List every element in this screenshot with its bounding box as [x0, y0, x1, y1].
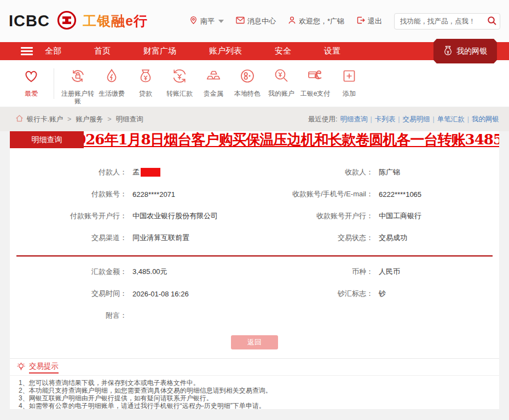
quick-item-loan[interactable]: 贷款 [129, 67, 163, 97]
recent-separator: | [433, 115, 435, 123]
icbc-emblem-icon [56, 10, 77, 33]
title-row: 明细查询 2026年1月8日烟台客户购买保温压边机和长款卷圆机各一台转账3485… [10, 131, 499, 148]
quick-item-life-payment[interactable]: 生活缴费 [95, 67, 129, 97]
quick-item-label: 添加 [343, 90, 356, 97]
time-label: 交易时间： [10, 289, 127, 299]
nav-item-all[interactable]: 全部 [45, 46, 61, 56]
my-ebank-label: 我的网银 [456, 46, 487, 56]
nav-item-settings[interactable]: 设置 [324, 46, 340, 56]
status-value: 交易成功 [379, 233, 407, 243]
transaction-details: 付款人： 孟 收款人： 陈广锦 付款账号： 6228****2071 收款账号/… [10, 148, 499, 326]
chevron-down-icon [218, 20, 224, 23]
breadcrumb-part-detail-query: 明细查询 [116, 115, 143, 124]
tip-item: 1、您可以将查询结果下载，并保存到文本或电子表格文件中。 [19, 379, 499, 387]
recent-separator: | [398, 115, 400, 123]
tips-title: 交易提示 [29, 361, 59, 374]
recent-separator: | [467, 115, 469, 123]
logout[interactable]: 退出 [356, 16, 382, 26]
recent-link-my-ebank[interactable]: 我的网银 [472, 115, 499, 124]
location-pin-icon [189, 16, 198, 26]
add-icon [340, 67, 358, 87]
quick-item-register-transfer[interactable]: 注册账户转账 [61, 67, 95, 105]
breadcrumb-part-account-service[interactable]: 账户服务 [76, 115, 103, 124]
quick-item-my-account[interactable]: 我的账户 [264, 67, 298, 97]
quick-item-label: 本地特色 [234, 90, 261, 97]
my-ebank-badge[interactable]: 我的网银 [433, 39, 497, 63]
nav-item-home[interactable]: 首页 [94, 46, 111, 56]
card-epay-icon [306, 67, 324, 87]
quick-item-add[interactable]: 添加 [332, 67, 366, 97]
quick-item-label: 最爱 [25, 90, 38, 97]
user-icon [288, 16, 296, 26]
gold-ingots-icon [205, 67, 222, 87]
payer-account-label: 付款账号： [10, 189, 127, 199]
recent-separator: | [371, 115, 372, 123]
payer-value: 孟 [132, 167, 160, 177]
lightbulb-icon [16, 362, 26, 374]
channel-value: 同业清算互联前置 [132, 233, 189, 243]
transfer-arrows-yuan-icon [171, 67, 188, 87]
recent-link-transaction-detail[interactable]: 交易明细 [403, 115, 430, 124]
droplet-bolt-icon [103, 67, 120, 87]
back-button[interactable]: 返回 [231, 335, 278, 349]
welcome-user[interactable]: 欢迎您，*广锦 [288, 16, 344, 26]
search-input[interactable] [394, 13, 500, 30]
recent-link-card-list[interactable]: 卡列表 [375, 115, 396, 124]
currency-value: 人民币 [379, 267, 400, 277]
transaction-tips: 交易提示 1、您可以将查询结果下载，并保存到文本或电子表格文件中。 2、本功能只… [10, 358, 499, 413]
quick-item-favorites[interactable]: 最爱 [14, 67, 48, 97]
location-selector[interactable]: 南平 [189, 16, 224, 26]
payer-bank-value: 中国农业银行股份有限公司 [132, 211, 218, 221]
nav-item-security[interactable]: 安全 [275, 46, 291, 56]
recent-used-label: 最近使用: [308, 115, 337, 124]
search-box [394, 13, 500, 30]
breadcrumb-separator: > [67, 115, 71, 123]
detail-row: 交易渠道： 同业清算互联前置 交易状态： 交易成功 [10, 227, 499, 249]
brand-name: 工银融e行 [83, 12, 148, 30]
quick-item-label: 贷款 [139, 90, 152, 97]
amount-value: 3,485.00元 [132, 267, 167, 277]
menu-icon[interactable] [21, 45, 33, 57]
cash-flag-label: 钞汇标志： [257, 289, 373, 299]
recent-used: 最近使用: 明细查询 | 卡列表 | 交易明细 | 单笔汇款 | 我的网银 [308, 115, 499, 124]
quick-item-label: 转账汇款 [166, 90, 193, 97]
payee-value: 陈广锦 [379, 167, 400, 177]
nav-item-wealth[interactable]: 财富广场 [143, 46, 176, 56]
payer-bank-label: 付款账号开户行： [10, 211, 127, 221]
quick-item-label: 生活缴费 [99, 90, 125, 97]
detail-row: 付款账号： 6228****2071 收款账号/手机号/E-mail： 6222… [10, 183, 499, 205]
detail-row: 汇款金额： 3,485.00元 币种： 人民币 [10, 261, 499, 283]
payer-label: 付款人： [10, 167, 127, 177]
tips-header: 交易提示 [10, 359, 499, 375]
quick-item-local-features[interactable]: 本地特色 [230, 67, 264, 97]
main-nav: 全部 首页 财富广场 账户列表 安全 设置 我的网银 [0, 42, 509, 60]
payee-account-value: 6222****1065 [379, 190, 421, 199]
detail-panel: 明细查询 2026年1月8日烟台客户购买保温压边机和长款卷圆机各一台转账3485… [10, 131, 499, 409]
detail-row: 附言： [10, 305, 499, 326]
breadcrumb-row: 银行卡.账户 > 账户服务 > 明细查询 最近使用: 明细查询 | 卡列表 | … [0, 107, 509, 131]
nav-item-accounts[interactable]: 账户列表 [209, 46, 242, 56]
message-center[interactable]: 消息中心 [236, 16, 276, 26]
button-row: 返回 [10, 335, 499, 349]
tip-item: 2、本功能只支持查询账户明细，如您需要查询具体交易的明细信息请到相关交易查询。 [19, 387, 499, 394]
account-transfer-icon [69, 67, 86, 87]
logout-icon [356, 16, 365, 26]
quick-item-precious-metal[interactable]: 贵金属 [196, 67, 230, 97]
time-value: 2026-01-08 16:26 [132, 290, 189, 298]
quick-item-label: 工银e支付 [300, 90, 331, 97]
welcome-label: 欢迎您，*广锦 [299, 16, 344, 26]
redaction-block [141, 168, 160, 177]
breadcrumb-part-bankcard[interactable]: 银行卡.账户 [27, 115, 63, 124]
message-center-label: 消息中心 [247, 16, 276, 26]
quick-item-epay[interactable]: 工银e支付 [298, 67, 332, 97]
moneybag-yuan-icon [137, 67, 154, 87]
home-icon[interactable] [15, 114, 24, 124]
detail-row: 付款人： 孟 收款人： 陈广锦 [10, 161, 499, 183]
quick-item-transfer-remit[interactable]: 转账汇款 [163, 67, 196, 97]
recent-link-single-remit[interactable]: 单笔汇款 [437, 115, 465, 124]
breadcrumb: 银行卡.账户 > 账户服务 > 明细查询 [15, 114, 143, 124]
search-icon[interactable] [487, 16, 497, 27]
memo-label: 附言： [10, 311, 127, 320]
recent-link-detail-query[interactable]: 明细查询 [340, 115, 368, 124]
logo: ICBC 工银融e行 [9, 10, 148, 33]
